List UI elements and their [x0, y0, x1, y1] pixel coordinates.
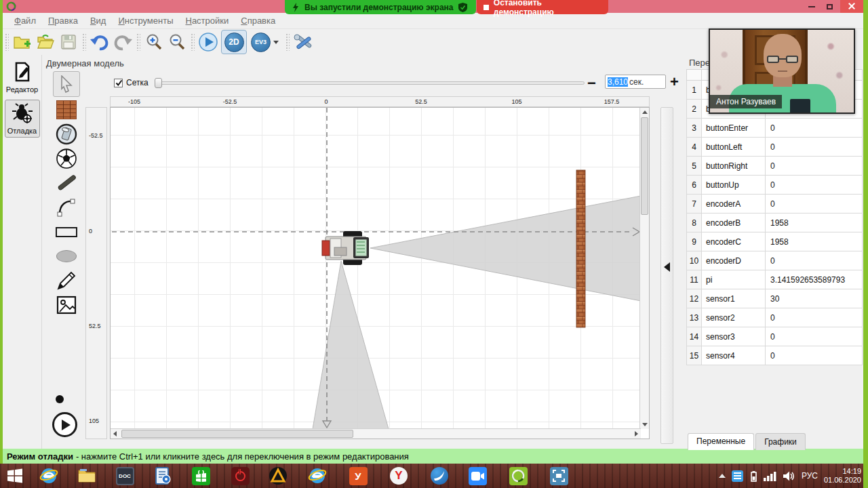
language-indicator[interactable]: РУС: [802, 471, 818, 481]
slider-track[interactable]: [155, 81, 585, 85]
ball-tool[interactable]: [53, 147, 80, 170]
taskbar-screenshot-tool[interactable]: [545, 466, 572, 486]
grid-checkbox[interactable]: Сетка: [114, 78, 149, 87]
minimize-button[interactable]: [803, 2, 821, 12]
table-row[interactable]: 3buttonEnter0: [686, 119, 863, 138]
toolbar-grip[interactable]: [136, 33, 140, 51]
taskbar-yandex[interactable]: Y: [385, 466, 412, 486]
zoom-in-button[interactable]: [142, 31, 165, 53]
tray-expand-icon[interactable]: [719, 474, 726, 478]
vertical-scrollbar[interactable]: [639, 108, 649, 429]
scroll-up-icon[interactable]: [642, 110, 648, 114]
status-bar[interactable]: Режим отладки - нажмите Ctrl+1 или кликн…: [3, 449, 863, 464]
menu-file[interactable]: Файл: [8, 14, 42, 28]
battery-icon[interactable]: [749, 470, 757, 482]
taskbar-file-explorer[interactable]: [73, 466, 100, 486]
wall-tool[interactable]: [53, 98, 80, 121]
table-row[interactable]: 8encoderB1958: [686, 214, 863, 232]
taskbar-doc-app[interactable]: DOC: [111, 466, 138, 486]
taskbar-aimp[interactable]: [264, 466, 292, 486]
toolbar-grip[interactable]: [285, 33, 290, 51]
pencil-tool[interactable]: [53, 269, 80, 292]
taskbar-u-app[interactable]: У: [344, 466, 372, 486]
editor-mode-button[interactable]: Редактор: [5, 59, 40, 96]
toolbar-grip[interactable]: [82, 33, 86, 51]
save-button[interactable]: [57, 31, 80, 53]
cursor-tool[interactable]: [53, 71, 80, 97]
table-row[interactable]: 7encoderA0: [686, 195, 863, 214]
toolbar-grip[interactable]: [5, 33, 9, 51]
taskbar-document-settings[interactable]: [149, 466, 176, 486]
rectangle-tool[interactable]: [53, 220, 80, 243]
network-signal-icon[interactable]: [764, 471, 777, 481]
horizontal-scrollbar[interactable]: [111, 428, 641, 439]
taskbar-internet-explorer-2[interactable]: [304, 466, 331, 486]
table-row[interactable]: 5buttonRight0: [686, 157, 863, 176]
table-row[interactable]: 9encoderC1958: [686, 232, 863, 251]
taskbar-internet-explorer[interactable]: [35, 466, 62, 486]
toolbar-grip[interactable]: [191, 33, 195, 51]
run-button[interactable]: [197, 31, 220, 53]
target-dropdown-arrow-icon[interactable]: [273, 41, 279, 44]
menu-help[interactable]: Справка: [235, 14, 281, 28]
scroll-left-icon[interactable]: [113, 431, 117, 436]
redo-button[interactable]: [111, 31, 134, 53]
line-tool[interactable]: [53, 171, 80, 195]
row-number: 6: [687, 176, 702, 194]
scene-viewport[interactable]: [111, 108, 641, 429]
table-row[interactable]: 4buttonLeft0: [686, 138, 863, 157]
taskbar-zoom[interactable]: [464, 466, 491, 486]
tab-graphs[interactable]: Графики: [755, 433, 806, 450]
table-row[interactable]: 10encoderD0: [686, 251, 863, 270]
zoom-out-button[interactable]: [165, 31, 189, 53]
menu-view[interactable]: Вид: [84, 14, 113, 28]
table-row[interactable]: 6buttonUp0: [686, 176, 863, 195]
mode-2d-button[interactable]: 2D: [221, 30, 247, 54]
menu-tools[interactable]: Инструменты: [112, 14, 179, 28]
record-dot-button[interactable]: [56, 395, 64, 403]
table-row[interactable]: 12sensor130: [686, 289, 863, 308]
time-decrease-button[interactable]: −: [587, 75, 596, 92]
open-project-button[interactable]: [34, 31, 57, 53]
taskbar-swoosh-app[interactable]: [426, 466, 453, 486]
editor-label: Редактор: [5, 85, 40, 94]
menu-settings[interactable]: Настройки: [179, 14, 235, 28]
scroll-down-icon[interactable]: [642, 423, 648, 426]
ellipse-tool[interactable]: [53, 245, 80, 268]
tab-variables[interactable]: Переменные: [688, 433, 754, 450]
panel-collapse-handle[interactable]: [660, 107, 673, 444]
table-row[interactable]: 14sensor30: [686, 327, 863, 346]
taskbar-clock[interactable]: 14:19 01.06.2020: [824, 467, 861, 485]
image-tool[interactable]: [53, 293, 80, 317]
table-row[interactable]: 13sensor20: [686, 308, 863, 327]
close-button[interactable]: [840, 0, 863, 13]
webcam-overlay[interactable]: Антон Разуваев: [709, 28, 855, 114]
simulation-play-button[interactable]: [52, 412, 77, 437]
hscroll-thumb[interactable]: [121, 430, 353, 438]
new-project-button[interactable]: [11, 31, 34, 53]
curve-tool[interactable]: [53, 196, 80, 219]
volume-icon[interactable]: [783, 471, 795, 481]
maximize-button[interactable]: [821, 2, 838, 12]
undo-button[interactable]: [88, 31, 111, 53]
slider-handle[interactable]: [155, 78, 162, 88]
tray-app-icon[interactable]: [732, 470, 743, 482]
time-increase-button[interactable]: +: [670, 73, 679, 91]
taskbar-power-app[interactable]: [226, 466, 254, 486]
debug-mode-button[interactable]: Отладка: [5, 100, 40, 138]
stop-share-button[interactable]: Остановить демонстрацию: [477, 0, 608, 14]
scene-canvas[interactable]: [110, 107, 650, 439]
time-input[interactable]: 3,610 сек.: [605, 75, 666, 89]
speed-slider[interactable]: [155, 78, 585, 87]
taskbar-trik-studio[interactable]: [505, 466, 532, 486]
vscroll-thumb[interactable]: [641, 117, 648, 215]
menu-edit[interactable]: Правка: [42, 14, 84, 28]
can-tool[interactable]: [53, 123, 80, 146]
table-row[interactable]: 11pi3.141592653589793: [686, 270, 863, 289]
target-ev3-button[interactable]: EV3: [251, 33, 271, 52]
table-row[interactable]: 15sensor40: [686, 346, 863, 365]
taskbar-windows-store[interactable]: [187, 466, 214, 486]
settings-tools-button[interactable]: [292, 31, 315, 53]
start-button[interactable]: [1, 466, 28, 486]
scroll-right-icon[interactable]: [635, 431, 638, 436]
